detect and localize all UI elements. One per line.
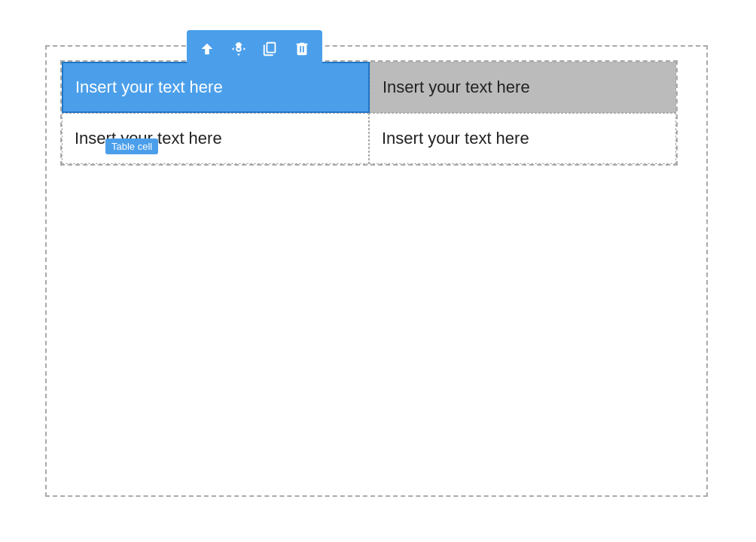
table-cell-header-right[interactable]: Insert your text here — [370, 62, 676, 113]
cell-text: Insert your text here — [383, 78, 530, 97]
copy-icon — [262, 41, 279, 57]
table-row: Insert your text here Insert your text h… — [62, 62, 676, 113]
cell-text: Insert your text here — [75, 78, 223, 97]
duplicate-button[interactable] — [256, 35, 285, 63]
move-up-button[interactable] — [193, 35, 221, 63]
arrow-up-icon — [199, 41, 215, 57]
tooltip-label: Table cell — [105, 139, 158, 154]
cell-text: Insert your text here — [382, 129, 529, 148]
table-cell-header-left[interactable]: Insert your text here — [62, 62, 370, 113]
canvas-area: Insert your text here Insert your text h… — [45, 45, 708, 497]
cell-toolbar — [187, 30, 322, 68]
trash-icon — [294, 41, 310, 57]
table-cell-body-right[interactable]: Insert your text here — [369, 113, 676, 164]
move-button[interactable] — [224, 35, 253, 63]
delete-button[interactable] — [288, 35, 316, 63]
move-icon — [230, 41, 247, 57]
